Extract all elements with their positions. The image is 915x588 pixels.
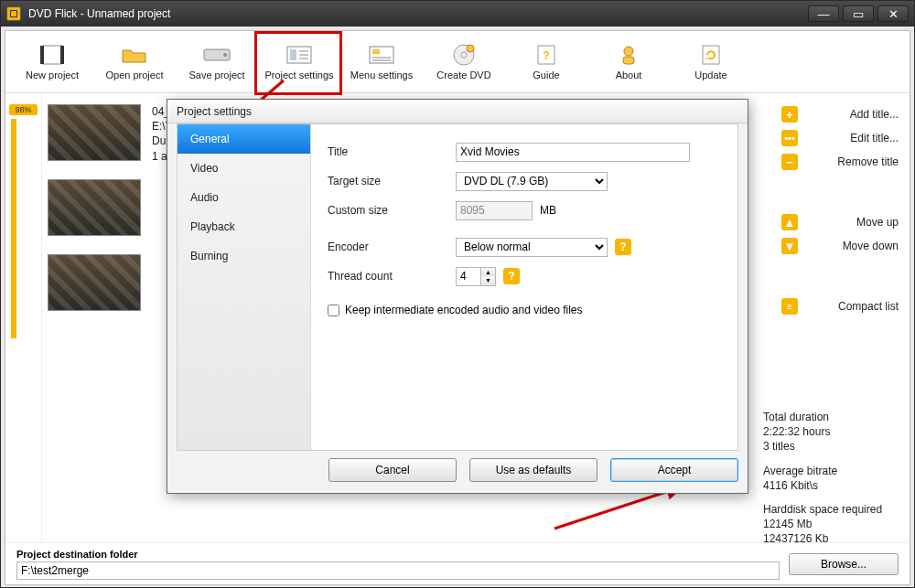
thread-count-label: Thread count	[328, 270, 456, 283]
tab-burning[interactable]: Burning	[178, 241, 310, 271]
toolbar-label: Project settings	[264, 69, 333, 80]
chevron-up-icon[interactable]: ▲	[481, 268, 495, 277]
drive-icon	[202, 44, 231, 66]
about-button[interactable]: About	[587, 35, 670, 90]
create-dvd-button[interactable]: Create DVD	[423, 35, 505, 90]
update-doc-icon	[696, 44, 726, 66]
update-button[interactable]: Update	[670, 35, 752, 90]
project-stats: Total duration 2:22:32 hours 3 titles Av…	[763, 410, 899, 547]
tab-playback[interactable]: Playback	[178, 212, 310, 241]
stat-bitrate-value: 4116 Kbit\s	[763, 478, 899, 493]
stat-bitrate-label: Average bitrate	[763, 464, 899, 478]
cancel-button[interactable]: Cancel	[328, 458, 457, 482]
thread-count-spinner[interactable]: ▲▼	[481, 267, 496, 286]
keep-intermediate-label: Keep intermediate encoded audio and vide…	[345, 304, 583, 316]
project-settings-dialog: Project settings General Video Audio Pla…	[167, 99, 748, 494]
svg-rect-21	[703, 46, 719, 64]
destination-bar: Project destination folder Browse...	[5, 542, 910, 584]
add-title-button[interactable]: +Add title...	[763, 102, 899, 126]
window-close-button[interactable]: ✕	[877, 5, 909, 22]
guide-button[interactable]: ? Guide	[505, 35, 587, 90]
menu-settings-icon	[367, 44, 396, 66]
encoder-help-icon[interactable]: ?	[615, 239, 631, 255]
title-field-input[interactable]	[456, 143, 690, 162]
menu-settings-button[interactable]: Menu settings	[340, 35, 423, 90]
project-settings-button[interactable]: Project settings	[258, 35, 340, 90]
main-toolbar: New project Open project Save project Pr…	[5, 31, 910, 93]
svg-rect-0	[43, 46, 61, 64]
toolbar-label: Guide	[533, 69, 559, 80]
target-size-label: Target size	[328, 175, 456, 187]
help-doc-icon: ?	[532, 44, 561, 66]
disc-gear-icon	[449, 44, 479, 66]
compact-list-button[interactable]: ≡Compact list	[763, 294, 899, 318]
progress-sidebar: 98%	[5, 93, 42, 542]
encoder-label: Encoder	[328, 241, 456, 253]
thread-count-input[interactable]	[456, 267, 481, 286]
move-down-button[interactable]: ▼Move down	[763, 234, 899, 258]
browse-button[interactable]: Browse...	[789, 553, 899, 575]
progress-bar	[11, 119, 16, 338]
custom-size-label: Custom size	[328, 204, 456, 217]
accept-button[interactable]: Accept	[610, 458, 738, 482]
toolbar-label: Open project	[106, 69, 164, 80]
tab-general[interactable]: General	[178, 124, 310, 154]
toolbar-label: New project	[26, 69, 79, 80]
new-project-button[interactable]: New project	[11, 35, 93, 90]
chevron-down-icon[interactable]: ▼	[481, 276, 495, 285]
window-maximize-button[interactable]: ▭	[843, 5, 874, 22]
svg-text:?: ?	[543, 49, 549, 62]
svg-point-19	[624, 47, 633, 56]
toolbar-label: About	[616, 69, 642, 80]
dialog-tabs: General Video Audio Playback Burning	[178, 124, 311, 450]
svg-point-4	[223, 53, 227, 57]
svg-rect-6	[290, 49, 296, 60]
window-titlebar: DVD Flick - Unnamed project — ▭ ✕	[1, 1, 914, 27]
keep-intermediate-checkbox[interactable]	[328, 305, 339, 316]
use-as-defaults-button[interactable]: Use as defaults	[469, 458, 597, 482]
svg-rect-20	[623, 57, 634, 64]
svg-point-16	[467, 45, 474, 52]
move-up-button[interactable]: ▲Move up	[763, 210, 899, 234]
thumbnail-column	[42, 93, 152, 542]
side-actions: +Add title... •••Edit title... −Remove t…	[763, 93, 910, 542]
encoder-select[interactable]: Below normal	[456, 238, 608, 257]
arrow-up-icon: ▲	[781, 214, 798, 230]
stat-duration-value: 2:22:32 hours	[763, 424, 899, 439]
app-icon	[6, 6, 21, 21]
edit-title-button[interactable]: •••Edit title...	[763, 126, 899, 150]
folder-open-icon	[120, 44, 149, 66]
stat-harddisk-label: Harddisk space required	[763, 502, 899, 517]
thread-help-icon[interactable]: ?	[503, 268, 520, 284]
title-thumbnail[interactable]	[48, 179, 141, 236]
toolbar-label: Menu settings	[350, 69, 413, 80]
settings-panel-icon	[285, 44, 314, 66]
stat-harddisk-mb: 12145 Mb	[763, 517, 899, 531]
dialog-title: Project settings	[167, 100, 748, 123]
list-icon: ≡	[781, 298, 798, 315]
tab-audio[interactable]: Audio	[178, 183, 310, 212]
progress-percent: 98%	[9, 104, 38, 115]
filmstrip-icon	[38, 44, 67, 66]
toolbar-label: Create DVD	[436, 69, 490, 80]
svg-rect-11	[372, 49, 380, 54]
stat-duration-label: Total duration	[763, 410, 899, 424]
title-field-label: Title	[328, 145, 456, 158]
arrow-down-icon: ▼	[781, 238, 798, 254]
open-project-button[interactable]: Open project	[93, 35, 176, 90]
remove-title-button[interactable]: −Remove title	[763, 150, 899, 174]
target-size-select[interactable]: DVD DL (7.9 GB)	[456, 172, 608, 191]
destination-label: Project destination folder	[16, 549, 780, 560]
window-minimize-button[interactable]: —	[808, 5, 839, 22]
app-window: DVD Flick - Unnamed project — ▭ ✕ New pr…	[0, 0, 915, 588]
dialog-form: Title Target size DVD DL (7.9 GB) Custom…	[311, 124, 737, 450]
minus-icon: −	[781, 154, 798, 170]
title-thumbnail[interactable]	[48, 104, 141, 161]
tab-video[interactable]: Video	[178, 154, 310, 183]
save-project-button[interactable]: Save project	[176, 35, 258, 90]
plus-icon: +	[781, 106, 798, 123]
destination-input[interactable]	[16, 561, 780, 580]
title-thumbnail[interactable]	[48, 254, 141, 311]
app-content: New project Open project Save project Pr…	[5, 30, 910, 585]
info-user-icon	[614, 44, 643, 66]
